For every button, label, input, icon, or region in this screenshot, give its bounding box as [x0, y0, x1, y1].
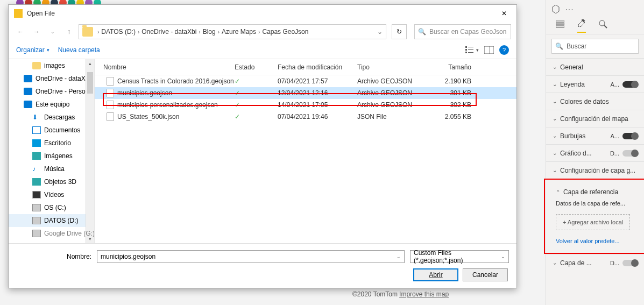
- file-icon: [107, 89, 114, 97]
- file-type: JSON File: [357, 113, 434, 120]
- sync-status-icon: ✓: [235, 89, 278, 97]
- search-icon: 🔍: [555, 42, 563, 50]
- sidebar-label: Música: [44, 165, 65, 173]
- chevron-down-icon[interactable]: ⌄: [397, 254, 401, 259]
- tab-analytics[interactable]: [599, 20, 607, 32]
- sidebar-item[interactable]: Objetos 3D: [9, 175, 94, 188]
- file-size: 301 KB: [434, 89, 477, 97]
- file-type: Archivo GEOJSON: [357, 89, 434, 97]
- section-map-config[interactable]: ⌄Configuración del mapa: [546, 110, 644, 127]
- section-legend[interactable]: ⌄LeyendaA...: [546, 75, 644, 93]
- file-size: 302 KB: [434, 101, 477, 109]
- breadcrumb-dropdown[interactable]: ⌄: [377, 28, 383, 36]
- sidebar-label: Este equipo: [36, 101, 69, 108]
- section-data-colors[interactable]: ⌄Colores de datos: [546, 93, 644, 110]
- refresh-button[interactable]: ↻: [392, 24, 407, 39]
- chevron-right-icon[interactable]: ›: [199, 29, 200, 35]
- improve-map-link[interactable]: Improve this map: [399, 290, 449, 298]
- breadcrumb-item[interactable]: Capas GeoJson: [262, 28, 308, 36]
- chevron-right-icon[interactable]: ›: [97, 29, 99, 35]
- back-button[interactable]: ←: [14, 25, 27, 38]
- toggle-bubbles[interactable]: [622, 133, 638, 139]
- folder-icon: [82, 27, 93, 37]
- sidebar-item[interactable]: Escritorio: [9, 137, 94, 150]
- col-name[interactable]: Nombre: [95, 63, 235, 71]
- search-input[interactable]: 🔍 Buscar en Capas GeoJson: [414, 24, 511, 39]
- breadcrumb[interactable]: › DATOS (D:) › OneDrive - dataXbi › Blog…: [79, 24, 386, 39]
- sidebar-scrollbar[interactable]: ▴ ▾: [86, 59, 94, 243]
- sidebar-item[interactable]: Documentos: [9, 124, 94, 137]
- filetype-select[interactable]: Custom Files (*.geojson;*.json) ⌄: [410, 250, 509, 263]
- file-row[interactable]: municipios-personalizados.geojson✓14/04/…: [95, 99, 516, 111]
- file-row[interactable]: US_States_500k.json✓07/04/2021 19:46JSON…: [95, 111, 516, 123]
- sidebar-item[interactable]: ⬇Descargas: [9, 111, 94, 124]
- scroll-up-icon[interactable]: ▴: [86, 59, 94, 68]
- disk-icon: [32, 230, 41, 237]
- chevron-right-icon[interactable]: ›: [218, 29, 220, 35]
- section-general[interactable]: ⌄General: [546, 58, 644, 75]
- section-layer-config[interactable]: ⌄Configuración de capa g...: [546, 161, 644, 179]
- svg-rect-7: [490, 46, 490, 54]
- chevron-right-icon[interactable]: ›: [258, 29, 260, 35]
- preview-pane-button[interactable]: [484, 46, 494, 54]
- file-row[interactable]: municipios.geojson✓12/04/2021 12:16Archi…: [95, 87, 516, 99]
- file-row[interactable]: Census Tracts in Colorado 2016.geojson✓0…: [95, 75, 516, 87]
- file-icon: [107, 77, 114, 86]
- toggle-legend[interactable]: [622, 81, 638, 88]
- help-button[interactable]: ?: [499, 45, 509, 55]
- file-list: Nombre Estado Fecha de modificación Tipo…: [95, 59, 516, 243]
- search-icon: 🔍: [418, 28, 426, 36]
- view-mode-button[interactable]: ▾: [465, 46, 479, 54]
- col-fecha[interactable]: Fecha de modificación: [278, 63, 357, 71]
- sidebar-item[interactable]: ♪Música: [9, 162, 94, 175]
- cancel-button[interactable]: Cancelar: [463, 268, 508, 281]
- toggle-chart[interactable]: [622, 150, 638, 157]
- chevron-right-icon[interactable]: ›: [138, 29, 139, 35]
- music-icon: ♪: [32, 165, 41, 173]
- file-name: municipios.geojson: [117, 89, 172, 97]
- 3d-icon: [32, 178, 41, 186]
- sidebar-item[interactable]: OneDrive - dataXbi: [9, 72, 94, 85]
- up-button[interactable]: ↑: [62, 25, 75, 38]
- sidebar-item[interactable]: Este equipo: [9, 98, 94, 111]
- tab-fields[interactable]: [556, 20, 564, 32]
- close-button[interactable]: ✕: [497, 8, 511, 19]
- scroll-thumb[interactable]: [87, 72, 93, 94]
- open-button[interactable]: Abrir: [413, 268, 458, 281]
- tab-format[interactable]: [577, 19, 586, 33]
- sidebar-item[interactable]: OS (C:): [9, 201, 94, 214]
- sidebar-item[interactable]: DATOS (D:): [9, 214, 94, 227]
- forward-button: →: [30, 25, 43, 38]
- breadcrumb-item[interactable]: OneDrive - dataXbi: [141, 28, 196, 36]
- breadcrumb-item[interactable]: Blog: [203, 28, 216, 36]
- section-bubbles[interactable]: ⌄BurbujasA...: [546, 127, 644, 144]
- new-folder-button[interactable]: Nueva carpeta: [58, 46, 100, 54]
- sidebar-item[interactable]: Imágenes: [9, 150, 94, 162]
- breadcrumb-item[interactable]: DATOS (D:): [101, 28, 136, 36]
- col-tipo[interactable]: Tipo: [357, 63, 434, 71]
- section-layer[interactable]: ⌄Capa de ...D...: [546, 254, 644, 271]
- visualization-icon: [551, 5, 560, 13]
- section-chart[interactable]: ⌄Gráfico d...D...: [546, 144, 644, 161]
- dialog-title: Open File: [27, 10, 497, 17]
- sidebar-label: Vídeos: [44, 191, 64, 198]
- chevron-down-icon[interactable]: ⌄: [501, 254, 505, 259]
- filename-input[interactable]: municipios.geojson ⌄: [97, 250, 405, 263]
- section-reference-layer[interactable]: ⌃Capa de referencia Datos de la capa de …: [549, 184, 641, 249]
- sidebar-item[interactable]: Google Drive (G:): [9, 227, 94, 240]
- add-local-file-button[interactable]: + Agregar archivo local: [556, 214, 630, 230]
- panel-search-input[interactable]: 🔍 Buscar: [551, 39, 639, 54]
- recent-dropdown[interactable]: ⌄: [46, 25, 59, 38]
- more-options[interactable]: ···: [565, 5, 574, 13]
- col-tam[interactable]: Tamaño: [434, 63, 477, 71]
- sidebar-item[interactable]: OneDrive - Person: [9, 85, 94, 98]
- organize-menu[interactable]: Organizar▾: [16, 46, 49, 54]
- breadcrumb-item[interactable]: Azure Maps: [222, 28, 256, 36]
- sidebar-item[interactable]: images: [9, 59, 94, 72]
- sidebar-item[interactable]: Vídeos: [9, 188, 94, 201]
- toggle-layer[interactable]: [622, 260, 638, 266]
- col-estado[interactable]: Estado: [235, 63, 278, 71]
- reset-default-link[interactable]: Volver al valor predete...: [556, 238, 620, 244]
- powerbi-icon: [14, 9, 23, 18]
- sidebar-label: Objetos 3D: [44, 178, 76, 186]
